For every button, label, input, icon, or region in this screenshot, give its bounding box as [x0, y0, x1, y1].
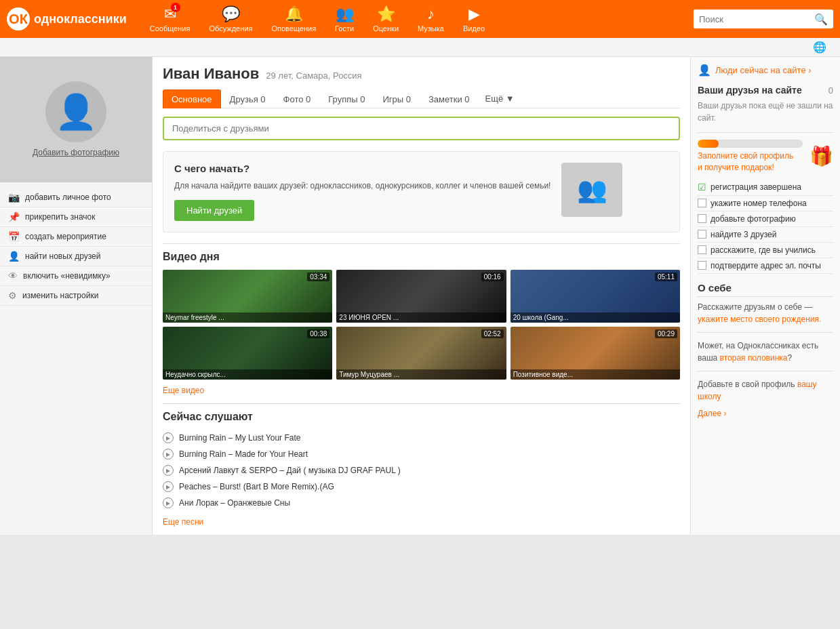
tab-notes[interactable]: Заметки 0	[420, 89, 479, 108]
video-label-5: Тимур Муцураев ...	[336, 369, 506, 380]
top-navigation: ОК одноклассники ✉ 1 Сообщения 💬 Обсужде…	[0, 0, 840, 38]
profile-meta: 29 лет, Самара, Россия	[266, 70, 361, 81]
more-video-link[interactable]: Еще видео	[163, 386, 204, 395]
about-more-link[interactable]: Далее ›	[698, 409, 726, 418]
checklist-item-4[interactable]: расскажите, где вы учились	[698, 243, 833, 258]
music-track-1[interactable]: ▶ Burning Rain – My Lust Your Fate	[163, 430, 680, 446]
messages-icon: ✉ 1	[164, 5, 176, 23]
nav-video[interactable]: ▶ Видео	[454, 0, 494, 38]
guests-icon: 👥	[336, 5, 354, 23]
about-title: О себе	[698, 282, 833, 297]
video-label-6: Позитивное виде...	[511, 369, 680, 380]
checklist-item-5[interactable]: подтвердите адрес эл. почты	[698, 258, 833, 274]
gift-icon: 🎁	[809, 145, 833, 167]
search-input[interactable]	[694, 9, 809, 28]
checklist-item-1[interactable]: укажите номер телефона	[698, 196, 833, 211]
play-icon-1: ▶	[163, 432, 174, 443]
about-birthplace-link[interactable]: укажите место своего рождения.	[698, 314, 821, 324]
logo[interactable]: ОК одноклассники	[7, 7, 127, 31]
sidebar-menu: 📷 добавить личное фото 📌 прикрепить знач…	[0, 182, 152, 311]
profile-name: Иван Иванов	[163, 65, 259, 83]
completion-bar	[698, 140, 719, 148]
tab-photos[interactable]: Фото 0	[275, 89, 320, 108]
video-thumb-6[interactable]: 00:29 Позитивное виде...	[511, 327, 680, 380]
music-track-3-text: Арсений Лавкут & SERPO – Дай ( музыка DJ…	[179, 466, 401, 475]
checklist-item-3[interactable]: найдите 3 друзей	[698, 227, 833, 243]
completion-bar-area: Заполните свой профиль и получите подаро…	[698, 140, 803, 174]
share-input[interactable]	[172, 123, 671, 134]
about-text-2b: ?	[788, 353, 793, 363]
sidebar-item-settings[interactable]: ⚙ изменить настройки	[0, 286, 152, 306]
discussions-label: Обсуждения	[209, 24, 252, 33]
find-friends-button[interactable]: Найти друзей	[174, 200, 254, 221]
sidebar-item-invisible[interactable]: 👁 включить «невидимку»	[0, 266, 152, 286]
nav-guests[interactable]: 👥 Гости	[325, 0, 363, 38]
add-photo-link[interactable]: Добавить фотографию	[33, 148, 119, 157]
sidebar-item-add-photo-label: добавить личное фото	[25, 192, 111, 202]
logo-text: одноклассники	[34, 12, 127, 26]
sidebar-item-add-photo[interactable]: 📷 добавить личное фото	[0, 188, 152, 207]
page-layout: 👤 Добавить фотографию 📷 добавить личное …	[0, 57, 840, 535]
music-track-5[interactable]: ▶ Ани Лорак – Оранжевые Сны	[163, 495, 680, 511]
fill-profile-text[interactable]: Заполните свой профиль и получите подаро…	[698, 150, 803, 174]
more-music-link[interactable]: Еще песни	[163, 517, 203, 527]
start-text: С чего начать? Для начала найдите ваших …	[174, 163, 551, 221]
fill-profile-label: Заполните свой профиль	[698, 151, 793, 161]
music-track-5-text: Ани Лорак – Оранжевые Сны	[179, 498, 290, 508]
search-button[interactable]: 🔍	[809, 9, 833, 28]
check-box-5	[698, 261, 706, 270]
sidebar-item-settings-label: изменить настройки	[22, 291, 98, 300]
profile-header: Иван Иванов 29 лет, Самара, Россия	[163, 65, 680, 83]
tab-groups[interactable]: Группы 0	[319, 89, 374, 108]
friends-placeholder: 👥	[561, 163, 622, 217]
nav-music[interactable]: ♪ Музыка	[408, 0, 454, 38]
nav-discussions[interactable]: 💬 Обсуждения	[199, 0, 262, 38]
video-thumb-3[interactable]: 05:11 20 школа (Gang...	[511, 270, 680, 323]
music-track-4-text: Peaches – Burst! (Bart B More Remix).(AG	[179, 482, 334, 491]
video-divider	[163, 243, 680, 244]
music-track-2[interactable]: ▶ Burning Rain – Made for Your Heart	[163, 446, 680, 462]
fill-profile-sublabel: и получите подарок!	[698, 163, 774, 172]
video-time-2: 00:16	[481, 272, 504, 281]
notifications-icon: 🔔	[285, 5, 303, 23]
checklist-label-2: добавьте фотографию	[711, 214, 796, 224]
sidebar-divider-3	[698, 371, 833, 371]
eye-icon: 👁	[8, 270, 18, 281]
video-label-1: Neymar freestyle ...	[163, 312, 332, 323]
video-thumb-1[interactable]: 03:34 Neymar freestyle ...	[163, 270, 332, 323]
calendar-icon: 📅	[8, 231, 20, 242]
play-icon-2: ▶	[163, 449, 174, 460]
video-thumb-5[interactable]: 02:52 Тимур Муцураев ...	[336, 327, 506, 380]
messages-label: Сообщения	[150, 24, 191, 33]
music-track-4[interactable]: ▶ Peaches – Burst! (Bart B More Remix).(…	[163, 479, 680, 495]
check-box-1	[698, 199, 706, 207]
start-box: С чего начать? Для начала найдите ваших …	[163, 151, 680, 232]
sidebar-item-pin-badge[interactable]: 📌 прикрепить значок	[0, 207, 152, 227]
music-track-3[interactable]: ▶ Арсений Лавкут & SERPO – Дай ( музыка …	[163, 462, 680, 479]
nav-messages[interactable]: ✉ 1 Сообщения	[140, 0, 200, 38]
sidebar-item-find-friends[interactable]: 👤 найти новых друзей	[0, 247, 152, 266]
checklist-item-2[interactable]: добавьте фотографию	[698, 211, 833, 227]
tab-friends[interactable]: Друзья 0	[221, 89, 275, 108]
nav-ratings[interactable]: ⭐ Оценки	[363, 0, 408, 38]
check-box-3	[698, 230, 706, 239]
video-time-6: 00:29	[655, 329, 677, 338]
online-friends-row[interactable]: 👤 Люди сейчас на сайте ›	[698, 64, 833, 77]
sidebar-item-find-friends-label: найти новых друзей	[25, 251, 100, 261]
music-track-2-text: Burning Rain – Made for Your Heart	[179, 449, 308, 459]
online-icon: 👤	[698, 64, 711, 77]
checklist-label-5: подтвердите адрес эл. почты	[711, 261, 821, 270]
about-partner-link[interactable]: вторая половинка	[720, 353, 788, 363]
tab-games[interactable]: Игры 0	[374, 89, 420, 108]
tab-main[interactable]: Основное	[163, 89, 221, 108]
tab-more[interactable]: Ещё ▼	[481, 89, 519, 108]
video-thumb-2[interactable]: 00:16 23 ИЮНЯ OPEN ...	[336, 270, 506, 323]
video-time-3: 05:11	[655, 272, 677, 281]
video-thumb-4[interactable]: 00:38 Неудачно скрылс...	[163, 327, 332, 380]
gear-icon: ⚙	[8, 290, 17, 301]
video-section-title: Видео дня	[163, 251, 680, 263]
sidebar-item-create-event[interactable]: 📅 создать мероприятие	[0, 227, 152, 247]
gift-row: Заполните свой профиль и получите подаро…	[698, 140, 833, 174]
online-link[interactable]: Люди сейчас на сайте ›	[715, 65, 812, 75]
nav-notifications[interactable]: 🔔 Оповещения	[262, 0, 325, 38]
